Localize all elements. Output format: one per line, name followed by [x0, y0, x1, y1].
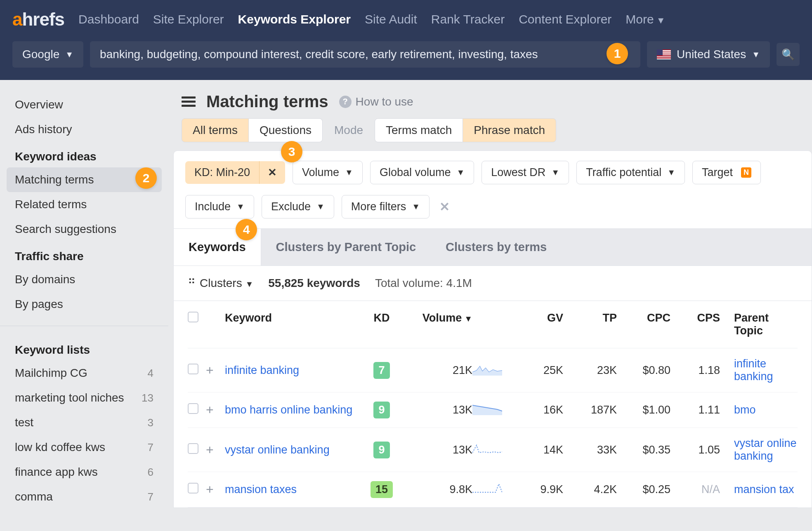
parent-topic-link[interactable]: vystar online banking [720, 437, 798, 463]
row-checkbox[interactable] [188, 403, 198, 414]
kd-badge: 9 [373, 442, 389, 458]
sidebar-by-pages[interactable]: By pages [0, 292, 168, 317]
filter-target[interactable]: TargetN [692, 161, 761, 184]
th-volume[interactable]: Volume▼ [402, 312, 472, 337]
sidebar-list-item[interactable]: Mailchimp CG4 [0, 361, 168, 385]
cell-tp: 23K [563, 364, 617, 377]
filter-kd-active[interactable]: KD: Min-20✕ [185, 161, 285, 184]
filter-more-filters[interactable]: More filters▼ [342, 195, 430, 219]
filter-lowest-dr[interactable]: Lowest DR▼ [482, 161, 569, 184]
cell-tp: 4.2K [563, 483, 617, 496]
th-keyword[interactable]: Keyword [225, 312, 361, 337]
search-engine-select[interactable]: Google▼ [12, 41, 83, 68]
sidebar-list-item[interactable]: test3 [0, 410, 168, 435]
row-checkbox[interactable] [188, 364, 198, 374]
terms-group: All terms Questions [182, 118, 323, 142]
row-checkbox[interactable] [188, 443, 198, 454]
filter-traffic-potential[interactable]: Traffic potential▼ [576, 161, 685, 184]
filter-label: Global volume [380, 166, 451, 179]
tab-terms-match[interactable]: Terms match [375, 118, 463, 142]
select-all-checkbox[interactable] [188, 312, 198, 322]
sidebar-head-keyword-lists: Keyword lists [0, 335, 168, 361]
keyword-link[interactable]: infinite banking [225, 364, 361, 377]
filter-global-volume[interactable]: Global volume▼ [370, 161, 474, 184]
th-cps[interactable]: CPS [670, 312, 720, 337]
th-tp[interactable]: TP [563, 312, 617, 337]
logo[interactable]: ahrefs [12, 9, 64, 30]
filter-volume[interactable]: Volume▼ [293, 161, 363, 184]
clear-filters-icon[interactable]: ✕ [439, 200, 450, 214]
nav-site-explorer[interactable]: Site Explorer [153, 12, 224, 26]
list-name: comma [15, 490, 53, 503]
divider [0, 326, 168, 326]
nav-more[interactable]: More▼ [626, 12, 665, 26]
sort-desc-icon: ▼ [464, 314, 472, 323]
expand-icon[interactable]: + [206, 482, 225, 497]
keyword-link[interactable]: mansion taxes [225, 483, 361, 496]
sidebar-list-item[interactable]: marketing tool niches13 [0, 385, 168, 410]
close-icon[interactable]: ✕ [259, 161, 285, 184]
tab-questions[interactable]: Questions [249, 118, 323, 142]
us-flag-icon [657, 49, 671, 59]
filter-include[interactable]: Include▼ [185, 195, 254, 219]
sidebar-search-suggestions[interactable]: Search suggestions [0, 217, 168, 242]
chevron-down-icon: ▼ [345, 168, 353, 177]
sidebar-list-item[interactable]: finance app kws6 [0, 460, 168, 484]
subtab-clusters-terms[interactable]: Clusters by terms [431, 229, 562, 266]
sidebar-related-terms[interactable]: Related terms [0, 192, 168, 217]
search-button[interactable]: 🔍 [777, 43, 800, 66]
tab-all-terms[interactable]: All terms [182, 118, 249, 142]
keyword-search-input[interactable] [90, 41, 640, 68]
keyword-link[interactable]: bmo harris online banking [225, 404, 361, 416]
row-checkbox[interactable] [188, 483, 198, 493]
subtab-clusters-parent[interactable]: Clusters by Parent Topic [261, 229, 431, 266]
how-to-use-label: How to use [356, 95, 413, 108]
filter-row-2: Include▼ Exclude▼ More filters▼ ✕ [185, 195, 800, 219]
th-parent-topic[interactable]: Parent Topic [720, 312, 798, 337]
filter-label: Traffic potential [586, 166, 661, 179]
main-panel: Matching terms ?How to use All terms Que… [173, 80, 812, 508]
filter-exclude[interactable]: Exclude▼ [262, 195, 334, 219]
expand-icon[interactable]: + [206, 363, 225, 378]
nav-keywords-explorer[interactable]: Keywords Explorer [238, 12, 351, 26]
hamburger-icon[interactable] [182, 94, 196, 109]
sidebar-list-item[interactable]: low kd coffee kws7 [0, 435, 168, 460]
sidebar-ads-history[interactable]: Ads history [0, 117, 168, 142]
term-tabs: All terms Questions Mode Terms match Phr… [173, 118, 812, 150]
sidebar-item-label: Ads history [15, 123, 72, 136]
cell-volume: 13K [402, 404, 472, 416]
cell-cps: 1.18 [670, 364, 720, 377]
sidebar-overview[interactable]: Overview [0, 92, 168, 117]
th-kd[interactable]: KD [361, 312, 402, 337]
keyword-link[interactable]: vystar online banking [225, 444, 361, 456]
clusters-label: Clusters [200, 277, 242, 289]
page-header: Matching terms ?How to use [173, 80, 812, 118]
country-select[interactable]: United States▼ [647, 41, 770, 68]
filter-label: Target [702, 166, 733, 179]
sidebar-list-item[interactable]: comma7 [0, 484, 168, 509]
sidebar-head-traffic-share: Traffic share [0, 242, 168, 267]
expand-icon[interactable]: + [206, 402, 225, 418]
th-gv[interactable]: GV [514, 312, 563, 337]
match-group: Terms match Phrase match [375, 118, 556, 142]
sidebar-by-domains[interactable]: By domains [0, 267, 168, 292]
clusters-dropdown[interactable]: ⠛Clusters ▼ [188, 277, 253, 290]
nav-rank-tracker[interactable]: Rank Tracker [431, 12, 505, 26]
nav-site-audit[interactable]: Site Audit [365, 12, 417, 26]
parent-topic-link[interactable]: infinite banking [720, 357, 798, 383]
chevron-down-icon: ▼ [752, 50, 760, 59]
th-cpc[interactable]: CPC [617, 312, 670, 337]
parent-topic-link[interactable]: bmo [720, 404, 798, 416]
sidebar-item-label: By domains [15, 273, 75, 286]
how-to-use-link[interactable]: ?How to use [339, 95, 413, 108]
tab-phrase-match[interactable]: Phrase match [463, 118, 556, 142]
filter-label: Lowest DR [491, 166, 545, 179]
expand-icon[interactable]: + [206, 442, 225, 458]
list-count: 7 [148, 441, 153, 454]
logo-a: a [12, 9, 22, 29]
parent-topic-link[interactable]: mansion tax [720, 483, 798, 496]
filter-kd-label: KD: Min-20 [185, 161, 259, 184]
cell-gv: 9.9K [514, 483, 563, 496]
nav-content-explorer[interactable]: Content Explorer [519, 12, 611, 26]
nav-dashboard[interactable]: Dashboard [78, 12, 139, 26]
